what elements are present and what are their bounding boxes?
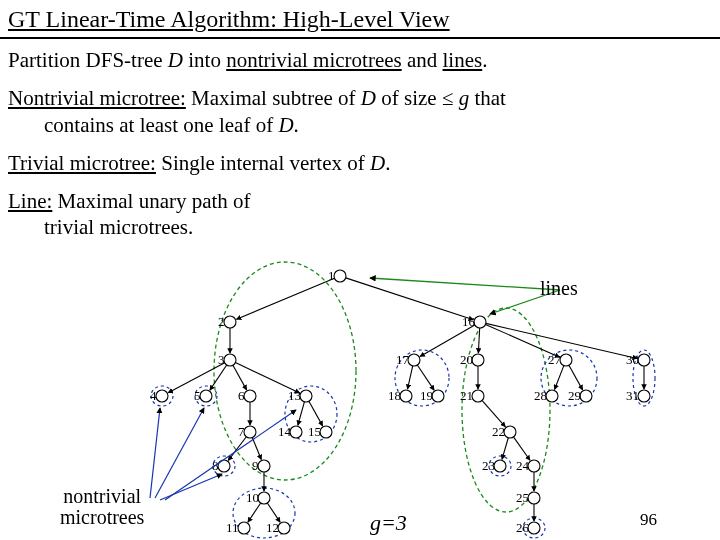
tree-node <box>408 354 420 366</box>
var-g: g <box>459 86 470 110</box>
node-label: 17 <box>396 352 410 367</box>
nontrivial-microtrees-underline: nontrivial microtrees <box>226 48 402 72</box>
node-label: 4 <box>150 388 157 403</box>
txt: Maximal unary path of <box>52 189 250 213</box>
tree-edge <box>252 438 261 460</box>
tree-node <box>258 492 270 504</box>
node-label: 28 <box>534 388 547 403</box>
var-D: D <box>361 86 376 110</box>
var-D: D <box>168 48 183 72</box>
tree-node <box>504 426 516 438</box>
tree-edge <box>555 366 564 390</box>
tree-node <box>638 390 650 402</box>
txt: Partition DFS-tree <box>8 48 168 72</box>
title-under: GT Linear-Time Algorithm: High-Level Vie… <box>8 6 450 32</box>
tree-node <box>290 426 302 438</box>
tree-node <box>560 354 572 366</box>
tree-node <box>200 390 212 402</box>
node-label: 3 <box>218 352 225 367</box>
tree-node <box>432 390 444 402</box>
def-head: Nontrivial microtree: <box>8 86 186 110</box>
tree-edge <box>502 438 508 460</box>
tree-node <box>334 270 346 282</box>
annotation-arrow-nontrivial <box>165 410 296 500</box>
txt: contains at least one leaf of <box>44 113 278 137</box>
node-label: 26 <box>516 520 530 535</box>
txt: that <box>469 86 506 110</box>
tree-node <box>528 522 540 534</box>
tree-edge <box>309 401 323 426</box>
tree-node <box>580 390 592 402</box>
line-def: Line: Maximal unary path of trivial micr… <box>8 188 712 241</box>
slide-title: GT Linear-Time Algorithm: High-Level Vie… <box>0 0 720 39</box>
node-label: 25 <box>516 490 529 505</box>
lines-underline: lines <box>443 48 483 72</box>
def-head: Trivial microtree: <box>8 151 156 175</box>
nontrivial-microtrees-label: nontrivial microtrees <box>60 486 144 528</box>
tree-edge <box>228 437 246 461</box>
tree-node <box>300 390 312 402</box>
node-label: 24 <box>516 458 530 473</box>
annotation-arrow-nontrivial <box>150 408 160 498</box>
annotation-arrow-lines <box>370 278 560 290</box>
node-label: 13 <box>288 388 301 403</box>
tree-edge <box>346 278 474 320</box>
node-label: 22 <box>492 424 505 439</box>
tree-edge <box>298 402 305 425</box>
txt: and <box>402 48 443 72</box>
tree-edge <box>233 365 247 390</box>
lines-label: lines <box>540 278 578 299</box>
tree-edge <box>478 328 479 353</box>
txt: . <box>294 113 299 137</box>
node-label: 31 <box>626 388 639 403</box>
txt: Maximal subtree of <box>186 86 361 110</box>
tree-node <box>224 316 236 328</box>
node-label: 15 <box>308 424 321 439</box>
partition-line: Partition DFS-tree D into nontrivial mic… <box>8 47 712 73</box>
node-label: 21 <box>460 388 473 403</box>
nontrivial-def: Nontrivial microtree: Maximal subtree of… <box>8 85 712 138</box>
tree-node <box>528 492 540 504</box>
line-group-ellipse <box>214 262 356 480</box>
tree-node <box>474 316 486 328</box>
tree-node <box>528 460 540 472</box>
tree-node <box>320 426 332 438</box>
txt: Single internal vertex of <box>156 151 370 175</box>
node-label: 1 <box>328 268 335 283</box>
tree-edge <box>248 503 261 522</box>
node-label: 12 <box>266 520 279 535</box>
node-label: 29 <box>568 388 581 403</box>
node-label: 23 <box>482 458 495 473</box>
node-label: 5 <box>194 388 201 403</box>
node-label: 27 <box>548 352 562 367</box>
node-label: 18 <box>388 388 401 403</box>
tree-edge <box>486 323 637 358</box>
var-D: D <box>278 113 293 137</box>
g-eq-text: g=3 <box>370 510 407 535</box>
node-label: 30 <box>626 352 639 367</box>
slide-body: Partition DFS-tree D into nontrivial mic… <box>0 39 720 241</box>
tree-node <box>638 354 650 366</box>
tree-node <box>238 522 250 534</box>
txt: into <box>183 48 226 72</box>
node-label: 9 <box>252 458 259 473</box>
var-D: D <box>370 151 385 175</box>
node-label: 7 <box>238 424 245 439</box>
annotation-arrow-nontrivial <box>160 474 222 500</box>
txt: of size ≤ <box>376 86 459 110</box>
tree-node <box>224 354 236 366</box>
node-label: 6 <box>238 388 245 403</box>
def-head: Line: <box>8 189 52 213</box>
tree-node <box>546 390 558 402</box>
node-label: 19 <box>420 388 433 403</box>
tree-node <box>156 390 168 402</box>
tree-node <box>278 522 290 534</box>
txt: . <box>385 151 390 175</box>
tree-node <box>244 426 256 438</box>
tree-edge <box>408 366 413 389</box>
tree-edge <box>513 437 530 460</box>
tree-edge <box>417 365 434 390</box>
tree-node <box>472 354 484 366</box>
line-group-ellipse <box>462 308 550 512</box>
tree-node <box>494 460 506 472</box>
